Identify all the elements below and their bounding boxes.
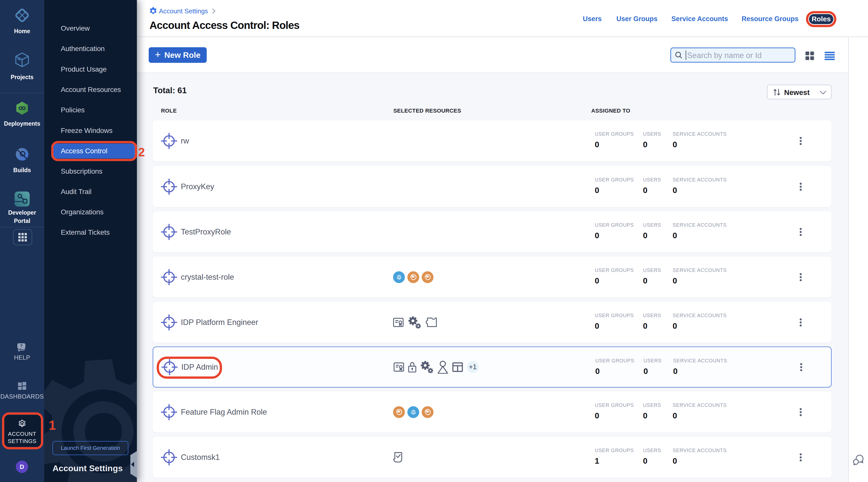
svg-text:?: ? xyxy=(20,343,23,348)
